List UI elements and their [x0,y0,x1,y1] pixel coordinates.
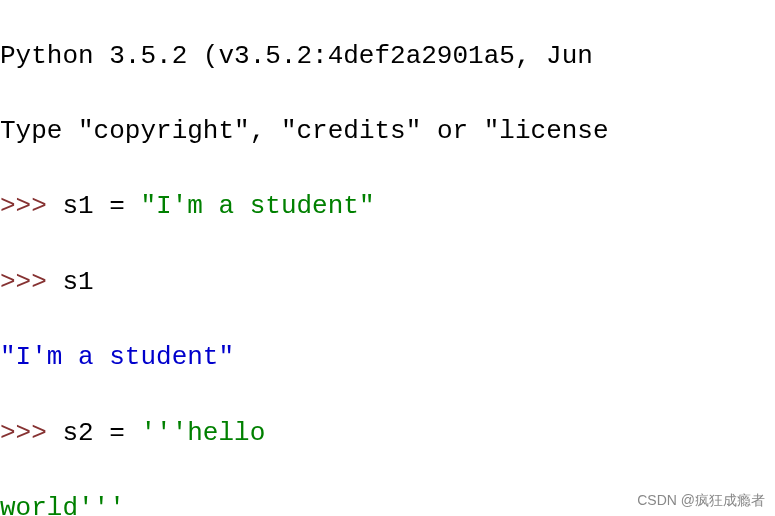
repl-prompt: >>> [0,191,62,221]
repl-prompt: >>> [0,267,62,297]
input-line-3: >>> s2 = '''hello [0,415,775,453]
output-line-1: "I'm a student" [0,339,775,377]
header-line-1: Python 3.5.2 (v3.5.2:4def2a2901a5, Jun [0,38,775,76]
header-line-2: Type "copyright", "credits" or "license [0,113,775,151]
repl-prompt: >>> [0,418,62,448]
python-repl[interactable]: Python 3.5.2 (v3.5.2:4def2a2901a5, Jun T… [0,0,775,516]
input-line-1: >>> s1 = "I'm a student" [0,188,775,226]
input-line-2: >>> s1 [0,264,775,302]
watermark-text: CSDN @疯狂成瘾者 [637,490,765,510]
python-version-text: Python 3.5.2 (v3.5.2:4def2a2901a5, Jun [0,41,609,71]
